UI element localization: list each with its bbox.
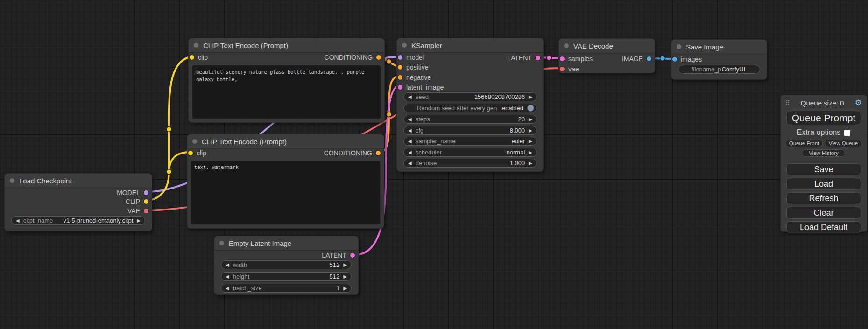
port-label: MODEL bbox=[117, 189, 140, 196]
node-clip-text-encode-positive[interactable]: CLIP Text Encode (Prompt) clip CONDITION… bbox=[188, 38, 385, 123]
node-title-bar[interactable]: Save Image bbox=[671, 40, 767, 54]
extra-options-checkbox[interactable] bbox=[844, 130, 850, 136]
image-port-icon[interactable] bbox=[647, 56, 651, 61]
gear-icon[interactable]: ⚙ bbox=[855, 99, 862, 107]
output-port-vae[interactable]: VAE bbox=[127, 206, 148, 216]
queue-prompt-button[interactable]: Queue Prompt bbox=[786, 111, 861, 125]
arrow-left-icon[interactable]: ◀ bbox=[226, 274, 229, 279]
clip-port-icon[interactable] bbox=[188, 151, 193, 155]
prompt-text-area[interactable]: beautiful scenery nature glass bottle la… bbox=[192, 65, 381, 119]
output-port-conditioning[interactable]: CONDITIONING bbox=[324, 148, 381, 158]
node-title-bar[interactable]: CLIP Text Encode (Prompt) bbox=[187, 134, 384, 149]
latent-port-icon[interactable] bbox=[536, 56, 540, 60]
output-port-latent[interactable]: LATENT bbox=[507, 53, 540, 63]
toggle-enabled-icon[interactable] bbox=[527, 105, 534, 112]
node-title-bar[interactable]: KSampler bbox=[397, 38, 543, 53]
input-port-images[interactable]: images bbox=[672, 55, 702, 64]
refresh-button[interactable]: Refresh bbox=[786, 192, 861, 204]
latent-port-icon[interactable] bbox=[398, 85, 402, 90]
queue-front-button[interactable]: Queue Front bbox=[785, 140, 823, 147]
width-widget[interactable]: ◀ width 512 ▶ bbox=[221, 260, 352, 269]
arrow-right-icon[interactable]: ▶ bbox=[343, 263, 347, 267]
node-ksampler[interactable]: KSampler model positive negative latent_… bbox=[396, 38, 544, 172]
cfg-widget[interactable]: ◀ cfg 8.000 ▶ bbox=[403, 126, 537, 135]
input-port-negative[interactable]: negative bbox=[398, 73, 431, 82]
node-title-bar[interactable]: VAE Decode bbox=[559, 39, 655, 53]
model-port-icon[interactable] bbox=[398, 55, 402, 60]
arrow-right-icon[interactable]: ▶ bbox=[529, 128, 532, 133]
input-port-clip[interactable]: clip bbox=[188, 148, 206, 158]
model-port-icon[interactable] bbox=[144, 190, 148, 195]
clear-button[interactable]: Clear bbox=[786, 207, 861, 219]
arrow-left-icon[interactable]: ◀ bbox=[16, 218, 20, 223]
image-port-icon[interactable] bbox=[672, 57, 677, 62]
output-port-image[interactable]: IMAGE bbox=[622, 54, 651, 63]
load-default-button[interactable]: Load Default bbox=[786, 221, 861, 233]
view-queue-button[interactable]: View Queue bbox=[825, 140, 862, 147]
drag-handle-icon[interactable]: ⠿ bbox=[785, 99, 790, 106]
conditioning-port-icon[interactable] bbox=[376, 55, 381, 60]
arrow-right-icon[interactable]: ▶ bbox=[529, 150, 532, 155]
arrow-right-icon[interactable]: ▶ bbox=[529, 117, 532, 122]
queue-panel-header: ⠿ Queue size: 0 ⚙ bbox=[781, 95, 867, 109]
seed-widget[interactable]: ◀ seed 156680208700286 ▶ bbox=[403, 92, 537, 101]
node-clip-text-encode-negative[interactable]: CLIP Text Encode (Prompt) clip CONDITION… bbox=[187, 134, 384, 229]
arrow-left-icon[interactable]: ◀ bbox=[408, 128, 412, 133]
widget-value: 1.000 bbox=[510, 160, 525, 167]
scheduler-widget[interactable]: ◀ scheduler normal ▶ bbox=[403, 148, 537, 157]
conditioning-port-icon[interactable] bbox=[398, 75, 402, 80]
arrow-left-icon[interactable]: ◀ bbox=[226, 286, 229, 291]
random-seed-toggle-widget[interactable]: Random seed after every gen enabled bbox=[403, 104, 537, 112]
node-vae-decode[interactable]: VAE Decode samples vae IMAGE bbox=[558, 38, 655, 73]
sampler-name-widget[interactable]: ◀ sampler_name euler ▶ bbox=[403, 137, 537, 146]
input-port-positive[interactable]: positive bbox=[398, 63, 428, 72]
latent-port-icon[interactable] bbox=[350, 253, 355, 258]
output-port-latent[interactable]: LATENT bbox=[322, 251, 355, 260]
clip-port-icon[interactable] bbox=[144, 199, 148, 204]
input-port-model[interactable]: model bbox=[398, 53, 424, 62]
ckpt-name-widget[interactable]: ◀ ckpt_name v1-5-pruned-emaonly.ckpt ▶ bbox=[11, 216, 145, 225]
output-port-clip[interactable]: CLIP bbox=[126, 197, 148, 206]
conditioning-port-icon[interactable] bbox=[398, 65, 402, 70]
filename-prefix-widget[interactable]: filename_prefix ComfyUI bbox=[678, 65, 760, 74]
conditioning-port-icon[interactable] bbox=[376, 151, 381, 155]
latent-port-icon[interactable] bbox=[560, 56, 565, 61]
height-widget[interactable]: ◀ height 512 ▶ bbox=[221, 272, 352, 281]
prompt-text-area[interactable]: text, watermark bbox=[191, 161, 380, 224]
arrow-left-icon[interactable]: ◀ bbox=[408, 95, 412, 99]
node-empty-latent-image[interactable]: Empty Latent Image LATENT ◀ width 512 ▶ … bbox=[214, 236, 359, 295]
save-button[interactable]: Save bbox=[786, 163, 861, 175]
arrow-left-icon[interactable]: ◀ bbox=[408, 117, 412, 122]
output-port-conditioning[interactable]: CONDITIONING bbox=[325, 53, 381, 62]
clip-port-icon[interactable] bbox=[190, 55, 194, 60]
arrow-right-icon[interactable]: ▶ bbox=[137, 218, 141, 223]
steps-widget[interactable]: ◀ steps 20 ▶ bbox=[403, 115, 537, 124]
output-port-model[interactable]: MODEL bbox=[117, 188, 148, 197]
denoise-widget[interactable]: ◀ denoise 1.000 ▶ bbox=[403, 159, 537, 168]
arrow-right-icon[interactable]: ▶ bbox=[529, 139, 532, 144]
node-load-checkpoint[interactable]: Load Checkpoint MODEL CLIP VAE ◀ ckpt_na… bbox=[4, 173, 152, 231]
arrow-left-icon[interactable]: ◀ bbox=[408, 150, 412, 155]
node-title-bar[interactable]: CLIP Text Encode (Prompt) bbox=[189, 38, 384, 53]
input-port-latent-image[interactable]: latent_image bbox=[398, 83, 444, 92]
input-port-clip[interactable]: clip bbox=[190, 53, 208, 62]
node-title-bar[interactable]: Empty Latent Image bbox=[214, 236, 358, 251]
vae-port-icon[interactable] bbox=[560, 67, 565, 71]
node-graph-canvas[interactable]: Load Checkpoint MODEL CLIP VAE ◀ ckpt_na… bbox=[0, 0, 868, 329]
arrow-left-icon[interactable]: ◀ bbox=[226, 263, 229, 267]
arrow-right-icon[interactable]: ▶ bbox=[343, 286, 347, 291]
widget-label: cfg bbox=[416, 127, 423, 134]
load-button[interactable]: Load bbox=[786, 178, 861, 190]
input-port-vae[interactable]: vae bbox=[560, 64, 579, 74]
arrow-right-icon[interactable]: ▶ bbox=[529, 95, 532, 99]
view-history-button[interactable]: View History bbox=[802, 149, 845, 157]
arrow-left-icon[interactable]: ◀ bbox=[408, 161, 412, 166]
arrow-right-icon[interactable]: ▶ bbox=[343, 274, 347, 279]
arrow-left-icon[interactable]: ◀ bbox=[408, 139, 412, 144]
input-port-samples[interactable]: samples bbox=[560, 54, 593, 63]
vae-port-icon[interactable] bbox=[144, 209, 148, 213]
node-save-image[interactable]: Save Image images filename_prefix ComfyU… bbox=[671, 39, 767, 80]
arrow-right-icon[interactable]: ▶ bbox=[529, 161, 532, 166]
node-title-bar[interactable]: Load Checkpoint bbox=[5, 174, 152, 188]
batch-size-widget[interactable]: ◀ batch_size 1 ▶ bbox=[221, 284, 352, 293]
